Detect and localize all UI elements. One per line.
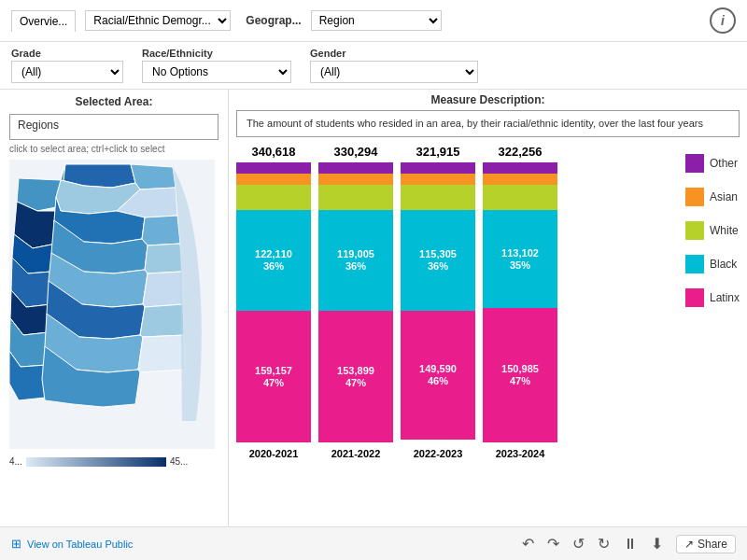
race-label: Race/Ethnicity [142,48,291,59]
grade-select[interactable]: (All) [11,61,123,83]
seg-black-label-2021: 119,00536% [337,248,374,273]
seg-asian-2023 [483,174,557,185]
seg-white-2021 [318,185,393,210]
seg-black-2021: 119,00536% [318,210,393,311]
grid-icon: ⊞ [11,537,21,551]
seg-black-2023: 113,10235% [483,210,557,308]
bar-year-2022: 2022-2023 [414,448,463,459]
bar-group-2022: 321,915 115,30536% 149,59046% [401,145,475,459]
legend-swatch-asian [685,188,704,206]
legend-item-latinx: Latinx [685,288,740,307]
seg-other-2021 [318,162,393,174]
map-area[interactable]: 4... 45... [9,160,218,458]
geography-tab-label: Geograp... [246,14,301,27]
reset-icon[interactable]: ↺ [572,535,585,553]
overview-select[interactable]: Racial/Ethnic Demogr... [85,10,231,31]
legend-item-white: White [685,221,740,240]
bar-total-2022: 321,915 [416,145,460,159]
seg-other-2020 [236,162,311,174]
legend-gradient [26,457,166,467]
redo-icon[interactable]: ↷ [547,535,559,553]
tableau-link[interactable]: ⊞ View on Tableau Public [11,537,133,551]
seg-latinx-2023: 150,98547% [483,308,557,442]
seg-asian-2020 [236,174,311,185]
legend-label-other: Other [710,157,738,170]
legend-min-value: 4... [9,456,22,467]
svg-marker-20 [138,335,185,372]
seg-other-2022 [401,162,475,174]
overview-tab[interactable]: Overvie... [11,10,76,32]
seg-latinx-2020: 159,15747% [236,311,311,442]
geography-dropdown-group: Region [311,10,442,31]
seg-latinx-label-2021: 153,89947% [337,365,374,389]
seg-latinx-label-2022: 149,59046% [419,363,457,387]
race-select[interactable]: No Options [142,61,291,83]
svg-marker-11 [145,244,182,273]
legend-swatch-latinx [685,288,704,307]
right-panel: Measure Description: The amount of stude… [229,90,747,560]
pause-icon[interactable]: ⏸ [623,536,638,553]
chart-bars: 340,618 122,11036% 159,15747% [236,145,676,459]
share-button[interactable]: ↗ Share [676,535,736,553]
grade-filter-group: Grade (All) [11,48,123,83]
map-legend-scale: 4... 45... [9,456,218,467]
seg-black-2020: 122,11036% [236,210,311,311]
legend-item-black: Black [685,255,740,273]
share-label: Share [698,538,727,551]
legend-label-asian: Asian [710,190,738,203]
seg-black-label-2023: 113,10235% [501,247,539,272]
bar-total-2020: 340,618 [252,145,296,159]
legend-item-other: Other [685,154,740,173]
selected-area-header: Selected Area: [9,95,218,108]
share-icon: ↗ [684,538,694,551]
legend-swatch-white [685,221,704,240]
main-content: Selected Area: Regions click to select a… [0,90,747,560]
legend-swatch-other [685,154,704,173]
bar-stack-2021: 119,00536% 153,89947% [318,162,393,442]
overview-dropdown-group: Racial/Ethnic Demogr... [85,10,231,31]
seg-black-label-2020: 122,11036% [255,248,292,273]
bar-total-2021: 330,294 [334,145,378,159]
chicago-map[interactable] [9,160,215,449]
bar-group-2021: 330,294 119,00536% 153,89947% [318,145,393,459]
bar-group-2020: 340,618 122,11036% 159,15747% [236,145,311,459]
measure-description: The amount of students who resided in an… [236,110,740,137]
legend-label-white: White [710,224,739,237]
header-row: Overvie... Racial/Ethnic Demogr... Geogr… [0,0,747,42]
legend-label-black: Black [710,258,737,271]
geography-select[interactable]: Region [311,10,442,31]
left-panel: Selected Area: Regions click to select a… [0,90,229,560]
bar-year-2021: 2021-2022 [331,448,381,459]
gender-filter-group: Gender (All) [310,48,478,83]
seg-white-2023 [483,185,557,210]
forward-icon[interactable]: ↻ [598,535,610,553]
seg-latinx-label-2020: 159,15747% [255,365,292,389]
legend-label-latinx: Latinx [710,291,740,304]
legend-item-asian: Asian [685,188,740,206]
seg-asian-2022 [401,174,475,185]
gender-label: Gender [310,48,478,59]
bar-group-2023: 322,256 113,10235% 150,98547% [483,145,557,459]
svg-marker-17 [140,304,184,337]
seg-black-label-2022: 115,30536% [419,248,457,273]
footer-right: ↶ ↷ ↺ ↻ ⏸ ⬇ ↗ Share [522,535,736,553]
tableau-link-label[interactable]: View on Tableau Public [27,539,133,550]
bar-year-2023: 2023-2024 [496,448,545,459]
bar-total-2023: 322,256 [499,145,543,159]
svg-marker-8 [142,216,180,245]
dashboard-container: Overvie... Racial/Ethnic Demogr... Geogr… [0,0,747,560]
legend-swatch-black [685,255,704,273]
seg-asian-2021 [318,174,393,185]
info-icon[interactable]: i [710,7,736,34]
legend-max-value: 45... [170,456,188,467]
download-icon[interactable]: ⬇ [651,535,663,553]
seg-latinx-2022: 149,59046% [401,311,475,440]
chart-wrapper: 340,618 122,11036% 159,15747% [236,145,740,459]
footer: ⊞ View on Tableau Public ↶ ↷ ↺ ↻ ⏸ ⬇ ↗ S… [0,526,747,560]
undo-icon[interactable]: ↶ [522,535,534,553]
seg-other-2023 [483,162,557,174]
seg-black-2022: 115,30536% [401,210,475,311]
seg-latinx-2021: 153,89947% [318,311,393,442]
gender-select[interactable]: (All) [310,61,478,83]
chart-legend: Other Asian White Black [685,145,740,307]
